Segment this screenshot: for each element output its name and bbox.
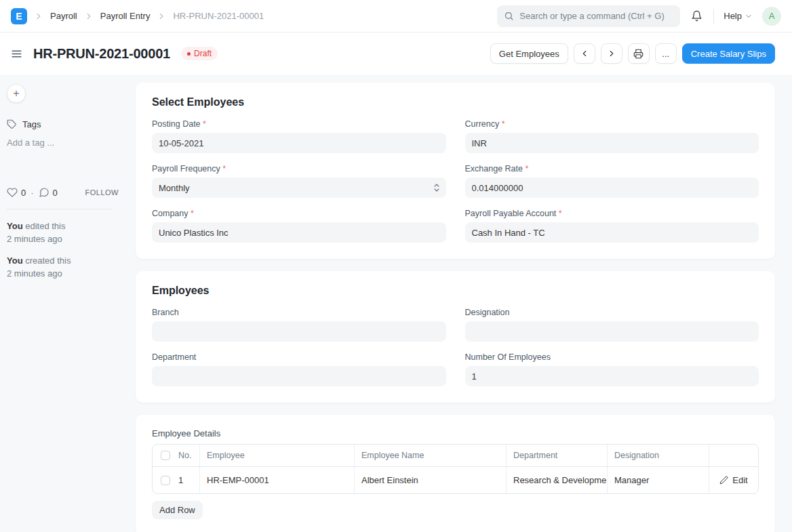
column-header-department: Department [507, 445, 608, 467]
field-label: Posting Date [152, 119, 446, 129]
add-row-button[interactable]: Add Row [152, 501, 203, 519]
timeline-time: 2 minutes ago [7, 234, 62, 244]
navbar-actions: Help A [497, 5, 781, 27]
search-input[interactable] [519, 11, 673, 21]
number-of-employees-input[interactable] [465, 366, 759, 386]
dot-separator: · [31, 188, 33, 198]
posting-date-input[interactable] [152, 133, 446, 153]
status-dot-icon [187, 52, 191, 56]
timeline-entry: You created this 2 minutes ago [7, 255, 136, 281]
field-label: Currency [465, 119, 759, 129]
comment-icon[interactable] [39, 187, 50, 198]
timeline-action: created this [23, 255, 71, 266]
field-posting-date: Posting Date [152, 119, 446, 153]
search-icon [504, 11, 514, 21]
field-label: Payroll Payable Account [465, 209, 759, 218]
breadcrumb-current-doc[interactable]: HR-PRUN-2021-00001 [173, 11, 264, 21]
employee-details-table: No. Employee Employee Name Department De… [152, 444, 759, 494]
help-dropdown[interactable]: Help [724, 11, 753, 21]
cell-employee[interactable]: HR-EMP-00001 [200, 467, 355, 493]
designation-input[interactable] [465, 321, 759, 342]
get-employees-button[interactable]: Get Employees [490, 43, 568, 64]
navbar: E Payroll Payroll Entry HR-PRUN-2021-000… [0, 0, 792, 33]
branch-input[interactable] [152, 321, 446, 342]
department-input[interactable] [152, 366, 446, 386]
print-button[interactable] [628, 43, 650, 64]
add-tag-input[interactable]: Add a tag ... [7, 138, 136, 148]
status-badge: Draft [181, 47, 218, 60]
section-employee-details: Employee Details No. Employee Employee N… [136, 415, 775, 532]
edit-label: Edit [732, 475, 747, 485]
pencil-icon [719, 476, 728, 485]
exchange-rate-input[interactable] [465, 178, 759, 198]
chevron-down-icon [745, 12, 753, 20]
field-label: Designation [465, 308, 759, 317]
chevron-right-icon [84, 12, 94, 21]
field-designation: Designation [465, 308, 759, 342]
divider [7, 209, 112, 209]
tag-icon [7, 119, 17, 129]
likes-count: 0 [21, 188, 26, 198]
tags-label: Tags [22, 119, 41, 129]
field-label: Number Of Employees [465, 352, 759, 362]
company-input[interactable] [152, 222, 446, 243]
prev-document-button[interactable] [574, 43, 595, 64]
section-employees: Employees Branch Designation Department … [136, 271, 775, 403]
cell-department[interactable]: Research & Developme... [507, 467, 608, 493]
field-department: Department [152, 352, 446, 386]
global-search[interactable] [497, 5, 680, 27]
timeline-time: 2 minutes ago [7, 268, 62, 279]
row-checkbox[interactable] [161, 476, 170, 485]
field-company: Company [152, 209, 446, 243]
page-head: HR-PRUN-2021-00001 Draft Get Employees .… [0, 33, 792, 75]
next-document-button[interactable] [601, 43, 622, 64]
comments-count: 0 [53, 188, 58, 198]
select-all-checkbox[interactable] [161, 451, 170, 460]
sidebar-toggle-icon[interactable] [9, 47, 24, 61]
field-payroll-payable-account: Payroll Payable Account [465, 209, 759, 243]
create-salary-slips-button[interactable]: Create Salary Slips [682, 43, 775, 64]
payroll-frequency-select[interactable] [152, 178, 446, 198]
add-attachment-button[interactable]: + [7, 84, 26, 103]
section-title: Employees [152, 285, 759, 297]
column-header-employee-name: Employee Name [355, 445, 507, 467]
field-payroll-frequency: Payroll Frequency [152, 164, 446, 198]
field-number-of-employees: Number Of Employees [465, 352, 759, 386]
chevron-right-icon [34, 12, 43, 21]
tags-section: Tags [7, 119, 136, 129]
timeline-actor: You [7, 255, 23, 266]
field-branch: Branch [152, 308, 446, 342]
heart-icon[interactable] [7, 187, 18, 198]
status-label: Draft [194, 49, 212, 58]
column-header-employee: Employee [200, 445, 355, 467]
notifications-bell-icon[interactable] [690, 9, 704, 23]
user-avatar[interactable]: A [762, 7, 781, 26]
breadcrumb: E Payroll Payroll Entry HR-PRUN-2021-000… [11, 8, 264, 24]
breadcrumb-payroll[interactable]: Payroll [50, 11, 77, 21]
page-title: HR-PRUN-2021-00001 [33, 46, 170, 62]
help-label: Help [724, 11, 742, 21]
timeline-actor: You [7, 221, 23, 231]
menu-more-button[interactable]: ... [655, 43, 677, 64]
breadcrumb-payroll-entry[interactable]: Payroll Entry [100, 11, 151, 21]
section-select-employees: Select Employees Posting Date Currency P… [136, 83, 775, 259]
field-currency: Currency [465, 119, 759, 153]
field-label: Department [152, 352, 446, 362]
table-header-row: No. Employee Employee Name Department De… [153, 445, 758, 467]
field-exchange-rate: Exchange Rate [465, 164, 759, 198]
timeline-entry: You edited this 2 minutes ago [7, 220, 136, 246]
form-body: Select Employees Posting Date Currency P… [136, 83, 775, 532]
row-edit-button[interactable]: Edit [709, 467, 758, 493]
payroll-payable-account-input[interactable] [465, 222, 759, 243]
field-label: Payroll Frequency [152, 164, 446, 173]
field-label: Company [152, 209, 446, 218]
follow-button[interactable]: FOLLOW [85, 188, 119, 197]
page-content: + Tags Add a tag ... 0 · 0 FOLLOW You ed… [0, 75, 792, 532]
app-logo-icon[interactable]: E [11, 8, 27, 24]
form-sidebar: + Tags Add a tag ... 0 · 0 FOLLOW You ed… [7, 83, 136, 532]
cell-employee-name[interactable]: Albert Einstein [355, 467, 507, 493]
column-header-edit [709, 445, 758, 467]
currency-input[interactable] [465, 133, 759, 153]
cell-designation[interactable]: Manager [608, 467, 709, 493]
employee-details-label: Employee Details [152, 428, 759, 438]
